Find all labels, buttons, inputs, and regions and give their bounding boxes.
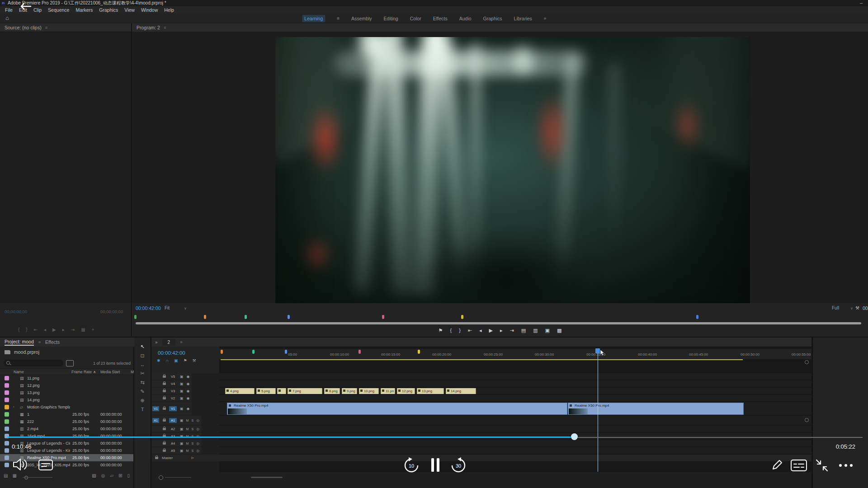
bin-name[interactable]: mood.prproj (14, 349, 39, 355)
label-swatch[interactable] (5, 448, 9, 453)
row-name[interactable]: 1 (27, 411, 29, 418)
still-clip[interactable] (277, 388, 286, 394)
still-clip[interactable]: 12.png (397, 388, 415, 394)
mic-icon[interactable]: ◎ (196, 418, 199, 422)
track-name[interactable]: V3 (169, 389, 177, 394)
go-to-in-button[interactable]: ⇤ (34, 327, 38, 332)
sync-lock-icon[interactable]: ▣ (180, 375, 184, 379)
workspace-tab-learning[interactable]: Learning (302, 15, 325, 22)
tab-project[interactable]: Project: mood (5, 339, 34, 346)
zoom-slider-knob[interactable] (24, 476, 28, 479)
extract-button[interactable]: ▥ (533, 328, 538, 333)
sync-lock-icon[interactable]: ▣ (180, 389, 184, 393)
label-swatch[interactable] (5, 390, 9, 395)
row-name[interactable]: 13.png (27, 389, 40, 396)
column-header-frame-rate[interactable]: Frame Rate (71, 370, 92, 374)
panel-menu-icon[interactable]: ≡ (180, 340, 182, 344)
panel-menu-icon[interactable]: ≡ (38, 340, 41, 344)
volume-icon[interactable] (12, 457, 29, 472)
source-patch[interactable] (152, 427, 159, 432)
menu-item[interactable]: Help (161, 7, 177, 13)
column-header-extra[interactable]: M (131, 370, 134, 374)
add-button[interactable]: + (92, 327, 94, 332)
ripple-edit-tool[interactable]: ↔ (140, 362, 145, 367)
track-lock-icon[interactable] (163, 450, 166, 452)
track-output-icon[interactable]: ◉ (187, 396, 190, 400)
snap-toggle-icon[interactable]: ∩ (166, 358, 169, 363)
sequence-tab[interactable]: 2 (162, 339, 176, 346)
sync-lock-icon[interactable]: ▣ (180, 382, 184, 386)
mute-button[interactable]: M (186, 449, 189, 452)
sync-lock-icon[interactable]: ▣ (180, 449, 184, 453)
search-input[interactable] (12, 360, 62, 367)
workspace-overflow-icon[interactable]: » (544, 16, 547, 21)
track-name[interactable]: V2 (169, 396, 177, 401)
column-header-name[interactable]: Name (14, 370, 24, 374)
still-clip[interactable]: 10.png (359, 388, 379, 394)
media-row[interactable]: ▦ 1 25.00 fps 00:00:00:00 (0, 411, 133, 418)
delete-button[interactable]: ▯ (127, 473, 130, 478)
media-row[interactable]: › ▱ Motion Graphics Template (0, 404, 133, 411)
sort-arrow-icon[interactable]: ∧ (93, 370, 96, 374)
new-search-bin-button[interactable] (66, 360, 74, 366)
panel-chevron-icon[interactable]: » (155, 340, 158, 345)
timeline-marker-icon[interactable] (696, 315, 698, 319)
menu-item[interactable]: Graphics (96, 7, 121, 13)
progress-knob[interactable] (571, 433, 578, 440)
mic-icon[interactable]: ◎ (196, 427, 199, 431)
zoom-slider[interactable] (23, 477, 52, 478)
sync-lock-icon[interactable]: ▣ (180, 418, 184, 422)
nest-toggle-icon[interactable]: ✱ (157, 358, 160, 363)
track-name[interactable]: A5 (169, 448, 177, 453)
track-name[interactable]: V5 (169, 374, 177, 379)
source-patch[interactable] (152, 389, 159, 394)
type-tool[interactable]: T (141, 407, 144, 412)
solo-button[interactable]: S (191, 427, 193, 431)
forward-30-button[interactable]: 30 (449, 456, 467, 474)
ruler-marker-icon[interactable] (285, 350, 287, 354)
slip-tool[interactable]: ⇆ (140, 380, 144, 385)
media-row[interactable]: ▤ 12.png (0, 382, 133, 389)
scrollbar-thumb[interactable] (251, 477, 283, 478)
sync-lock-icon[interactable]: ▣ (180, 441, 184, 446)
export-frame-button[interactable]: ▣ (545, 328, 550, 333)
panel-menu-icon[interactable]: ≡ (45, 25, 47, 30)
timeline-marker-icon[interactable] (134, 315, 137, 319)
playhead[interactable] (595, 348, 600, 353)
pause-button[interactable] (429, 457, 441, 473)
work-area-bar[interactable] (221, 359, 743, 360)
mute-button[interactable]: M (186, 419, 189, 422)
go-to-out-button[interactable]: ⇥ (510, 328, 514, 333)
source-patch[interactable]: V1 (152, 406, 159, 411)
media-row[interactable]: ▤ 11.png (0, 375, 133, 382)
add-marker-button[interactable]: ⚑ (184, 358, 187, 363)
razor-tool[interactable]: ✂ (140, 371, 144, 376)
play-button[interactable]: ▶ (52, 327, 56, 332)
more-icon[interactable] (837, 462, 854, 469)
program-mini-timeline[interactable] (132, 315, 868, 320)
playhead-line[interactable] (598, 349, 598, 472)
scroll-knob[interactable] (805, 360, 809, 364)
video-clip[interactable]: Realme X50 Pro.mp4 (227, 403, 567, 415)
video-clip[interactable]: Realme X50 Pro.mp4 (568, 403, 744, 415)
ruler-marker-icon[interactable] (418, 350, 420, 354)
column-header-media-start[interactable]: Media Start (100, 370, 120, 374)
add-marker-button[interactable]: ⚑ (439, 328, 443, 333)
timeline-marker-icon[interactable] (382, 315, 384, 319)
still-clip[interactable]: 13.png (417, 388, 444, 394)
source-patch[interactable]: A1 (152, 418, 159, 423)
panel-menu-icon[interactable]: ≡ (164, 25, 166, 30)
timeline-marker-icon[interactable] (204, 315, 206, 319)
track-output-icon[interactable]: ◉ (187, 375, 190, 379)
track-lock-icon[interactable] (163, 419, 166, 422)
row-name[interactable]: 2.mp4 (27, 425, 38, 432)
track-lock-icon[interactable] (163, 397, 166, 399)
step-forward-button[interactable]: ▸ (62, 327, 65, 332)
timeline-scrollbar[interactable] (151, 473, 811, 482)
label-swatch[interactable] (5, 405, 9, 409)
still-clip[interactable]: 11.pn (381, 388, 395, 394)
program-timecode[interactable]: 00:00:42:00 (136, 305, 160, 311)
source-panel-title[interactable]: Source: (no clips) (5, 25, 42, 30)
still-clip[interactable]: 14.png (446, 388, 476, 394)
solo-button[interactable]: S (191, 442, 193, 445)
